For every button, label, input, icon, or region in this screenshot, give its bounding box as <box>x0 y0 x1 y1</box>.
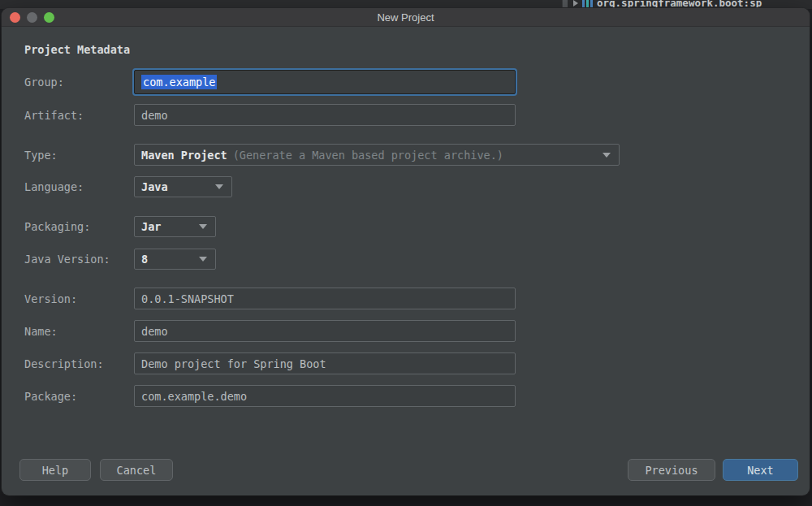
chevron-down-icon[interactable] <box>199 257 207 262</box>
name-label: Name: <box>24 325 58 338</box>
form-row-java-version: Java Version: 8 <box>2 249 810 270</box>
version-input[interactable] <box>134 288 516 309</box>
java-version-dropdown[interactable]: 8 <box>134 249 216 270</box>
next-button[interactable]: Next <box>723 459 798 481</box>
cancel-button[interactable]: Cancel <box>100 459 173 481</box>
form-row-artifact: Artifact: <box>2 104 810 126</box>
packaging-label: Packaging: <box>24 220 90 233</box>
form-row-version: Version: <box>2 288 810 309</box>
package-label: Package: <box>24 390 77 403</box>
group-input-selected-text: com.example <box>141 75 217 89</box>
description-input[interactable] <box>134 352 516 374</box>
chevron-down-icon[interactable] <box>215 184 223 189</box>
description-label: Description: <box>24 357 104 370</box>
new-project-dialog: New Project Project Metadata Group: com.… <box>2 8 810 495</box>
package-input[interactable] <box>134 385 516 407</box>
dialog-titlebar[interactable]: New Project <box>2 8 810 27</box>
type-label: Type: <box>24 149 58 162</box>
name-input[interactable] <box>134 320 516 342</box>
type-dropdown[interactable]: Maven Project (Generate a Maven based pr… <box>134 144 620 166</box>
form-row-name: Name: <box>2 320 810 342</box>
previous-button[interactable]: Previous <box>628 459 715 481</box>
library-icon <box>582 0 593 7</box>
chevron-right-icon[interactable] <box>573 0 578 6</box>
version-label: Version: <box>24 292 77 305</box>
form-row-packaging: Packaging: Jar <box>2 216 810 237</box>
form-row-type: Type: Maven Project (Generate a Maven ba… <box>2 144 810 166</box>
java-version-dropdown-value: 8 <box>141 253 148 266</box>
group-label: Group: <box>24 76 64 89</box>
section-header-project-metadata: Project Metadata <box>24 43 130 56</box>
artifact-label: Artifact: <box>24 109 84 122</box>
group-input[interactable]: com.example <box>134 70 516 94</box>
language-label: Language: <box>24 180 84 193</box>
artifact-input[interactable] <box>134 104 516 126</box>
form-row-group: Group: com.example <box>2 70 810 94</box>
form-row-description: Description: <box>2 352 810 374</box>
language-dropdown[interactable]: Java <box>134 176 232 197</box>
packaging-dropdown[interactable]: Jar <box>134 216 216 237</box>
form-row-package: Package: <box>2 385 810 407</box>
java-version-label: Java Version: <box>24 253 110 266</box>
chevron-down-icon[interactable] <box>603 153 611 158</box>
language-dropdown-value: Java <box>141 180 168 193</box>
chevron-down-icon[interactable] <box>199 224 207 229</box>
packaging-dropdown-value: Jar <box>141 220 161 233</box>
dialog-title: New Project <box>2 8 810 27</box>
help-button[interactable]: Help <box>19 459 91 481</box>
type-dropdown-description: (Generate a Maven based project archive.… <box>233 149 503 162</box>
form-row-language: Language: Java <box>2 176 810 197</box>
dialog-body: Project Metadata Group: com.example Arti… <box>2 28 810 495</box>
type-dropdown-value: Maven Project <box>141 149 227 162</box>
